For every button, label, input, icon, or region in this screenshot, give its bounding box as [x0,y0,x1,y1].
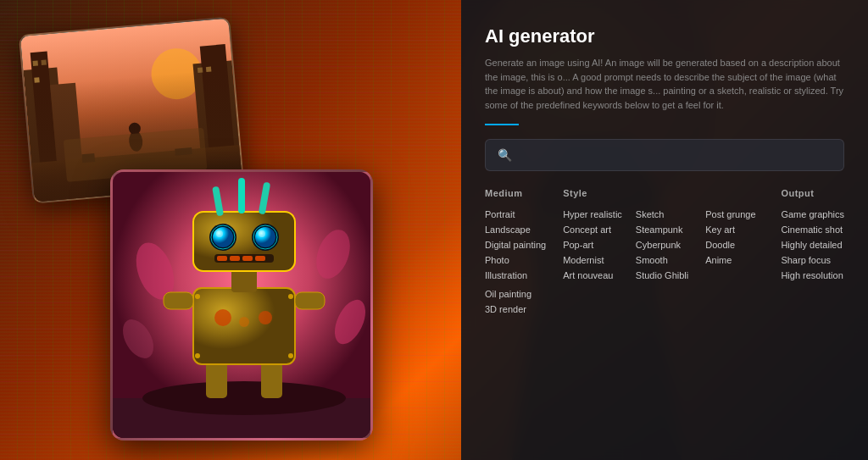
svg-rect-13 [34,77,40,83]
output-header: Output [781,188,844,198]
style-extra-spacer [705,188,764,198]
keyword-smooth[interactable]: Smooth [636,252,688,268]
output-column: Output Game graphics Cinematic shot High… [781,188,844,317]
keyword-sketch[interactable]: Sketch [636,207,688,222]
svg-point-52 [288,294,293,299]
svg-point-53 [195,353,200,358]
svg-point-37 [216,230,223,237]
svg-point-28 [214,309,231,326]
keyword-3d-render[interactable]: 3D render [485,302,546,317]
svg-rect-47 [217,256,227,261]
svg-rect-15 [206,67,212,73]
svg-point-51 [195,294,200,299]
keyword-concept-art[interactable]: Concept art [563,222,622,237]
svg-rect-49 [242,256,253,261]
svg-rect-4 [50,83,86,203]
svg-rect-10 [175,147,192,156]
panel-description: Generate an image using AI! An image wil… [485,56,844,112]
keyword-digital-painting[interactable]: Digital painting [485,237,546,252]
medium-column: Medium Portrait Landscape Digital painti… [485,188,546,317]
svg-rect-50 [255,256,265,261]
svg-rect-45 [238,178,245,213]
keyword-modernist[interactable]: Modernist [563,252,622,268]
svg-rect-11 [32,60,38,66]
keyword-doodle[interactable]: Doodle [705,237,764,252]
panel-title: AI generator [485,25,844,47]
keyword-game-graphics[interactable]: Game graphics [781,207,844,222]
svg-rect-48 [230,256,240,261]
style-column: Style Hyper realistic Concept art Pop-ar… [563,188,688,317]
style-col1: Hyper realistic Concept art Pop-art Mode… [563,207,622,283]
keyword-portrait[interactable]: Portrait [485,207,546,222]
image-card-robot-content [113,172,370,438]
keyword-studio-ghibli[interactable]: Studio Ghibli [636,268,688,283]
panel-divider [485,124,519,125]
svg-rect-12 [41,60,47,66]
keyword-illustration[interactable]: Illustration [485,268,546,283]
keyword-photo[interactable]: Photo [485,252,546,268]
svg-point-16 [128,130,143,152]
svg-rect-8 [125,157,150,163]
svg-rect-32 [295,292,325,309]
keyword-landscape[interactable]: Landscape [485,222,546,237]
keywords-grid: Medium Portrait Landscape Digital painti… [485,188,844,317]
keyword-pop-art[interactable]: Pop-art [563,237,622,252]
keyword-cinematic-shot[interactable]: Cinematic shot [781,222,844,237]
keyword-hyper-realistic[interactable]: Hyper realistic [563,207,622,222]
svg-point-17 [128,122,141,135]
style-header: Style [563,188,688,198]
ai-generator-panel: AI generator Generate an image using AI!… [461,0,868,460]
svg-rect-9 [81,153,95,163]
keyword-cyberpunk[interactable]: Cyberpunk [636,237,688,252]
keyword-highly-detailed[interactable]: Highly detailed [781,237,844,252]
keyword-oil-painting[interactable]: Oil painting [485,286,546,302]
keyword-sharp-focus[interactable]: Sharp focus [781,252,844,268]
style-inner-grid: Hyper realistic Concept art Pop-art Mode… [563,207,688,283]
keyword-high-resolution[interactable]: High resolution [781,268,844,283]
svg-point-24 [142,381,346,415]
svg-point-30 [259,311,272,324]
keyword-key-art[interactable]: Key art [705,222,764,237]
robot-scene-svg [113,169,370,441]
svg-point-39 [255,227,275,247]
image-card-robot [110,169,373,441]
svg-point-36 [213,227,233,247]
svg-rect-14 [198,67,203,73]
svg-rect-31 [164,292,193,309]
search-box[interactable]: 🔍 [485,139,844,171]
svg-point-29 [239,317,249,327]
svg-point-40 [259,230,265,237]
medium-header: Medium [485,188,546,198]
keyword-steampunk[interactable]: Steampunk [636,222,688,237]
svg-point-54 [288,353,293,358]
keyword-anime[interactable]: Anime [705,252,764,268]
keyword-art-nouveau[interactable]: Art nouveau [563,268,622,283]
search-icon: 🔍 [498,148,512,162]
style-col2: Sketch Steampunk Cyberpunk Smooth Studio… [636,207,688,283]
keyword-post-grunge[interactable]: Post grunge [705,207,764,222]
prompt-input[interactable] [520,149,832,162]
style-extra-column: Post grunge Key art Doodle Anime [705,188,764,317]
